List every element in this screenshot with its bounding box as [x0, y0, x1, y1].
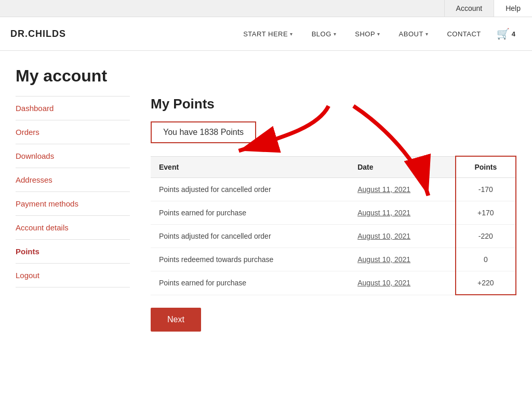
cell-points: -170	[456, 178, 516, 201]
cell-date: August 10, 2021	[349, 271, 456, 295]
sidebar-item-dashboard[interactable]: Dashboard	[16, 96, 130, 120]
points-heading: My Points	[151, 96, 516, 112]
sidebar-item-payment-methods[interactable]: Payment methods	[16, 192, 130, 216]
points-summary-text: You have 1838 Points	[163, 128, 244, 136]
cell-event: Points earned for purchase	[151, 201, 349, 225]
sidebar: Dashboard Orders Downloads Addresses Pay…	[16, 96, 130, 332]
cell-date: August 11, 2021	[349, 178, 456, 201]
cell-date: August 10, 2021	[349, 225, 456, 248]
nav-blog[interactable]: BLOG ▾	[302, 26, 346, 42]
cell-event: Points earned for purchase	[151, 271, 349, 295]
nav-about[interactable]: ABOUT ▾	[390, 26, 438, 42]
cart-icon: 🛒	[497, 28, 510, 40]
nav-contact[interactable]: CONTACT	[437, 26, 490, 42]
cell-points: -220	[456, 225, 516, 248]
main-content: My Points You have 1838 Points	[151, 96, 516, 332]
page-title: My account	[16, 66, 516, 86]
cart-button[interactable]: 🛒 4	[490, 23, 522, 44]
cell-points: 0	[456, 248, 516, 271]
content-layout: Dashboard Orders Downloads Addresses Pay…	[16, 96, 516, 332]
top-bar: Account Help	[0, 0, 532, 17]
sidebar-item-orders[interactable]: Orders	[16, 120, 130, 144]
cell-event: Points adjusted for cancelled order	[151, 225, 349, 248]
table-row: Points earned for purchaseAugust 10, 202…	[151, 271, 516, 295]
table-row: Points adjusted for cancelled orderAugus…	[151, 178, 516, 201]
sidebar-item-account-details[interactable]: Account details	[16, 216, 130, 240]
sidebar-item-points[interactable]: Points	[16, 240, 130, 264]
table-row: Points earned for purchaseAugust 11, 202…	[151, 201, 516, 225]
cell-event: Points redeemed towards purchase	[151, 248, 349, 271]
logo[interactable]: DR.CHILDS	[10, 29, 66, 39]
header: DR.CHILDS START HERE ▾ BLOG ▾ SHOP ▾ ABO…	[0, 17, 532, 51]
points-table: Event Date Points Points adjusted for ca…	[151, 156, 516, 295]
cell-event: Points adjusted for cancelled order	[151, 178, 349, 201]
col-header-points: Points	[456, 156, 516, 178]
help-button[interactable]: Help	[494, 0, 532, 17]
sidebar-item-downloads[interactable]: Downloads	[16, 144, 130, 168]
account-button[interactable]: Account	[444, 0, 494, 17]
main-wrapper: My account Dashboard Orders Downloads Ad…	[0, 51, 532, 398]
sidebar-item-logout[interactable]: Logout	[16, 264, 130, 287]
chevron-down-icon: ▾	[290, 31, 293, 37]
table-row: Points adjusted for cancelled orderAugus…	[151, 225, 516, 248]
cart-count: 4	[512, 30, 515, 38]
chevron-down-icon: ▾	[334, 31, 337, 37]
nav-shop[interactable]: SHOP ▾	[345, 26, 389, 42]
next-button[interactable]: Next	[151, 308, 201, 332]
chevron-down-icon: ▾	[425, 31, 429, 37]
col-header-date: Date	[349, 156, 456, 178]
table-row: Points redeemed towards purchaseAugust 1…	[151, 248, 516, 271]
cell-points: +170	[456, 201, 516, 225]
sidebar-item-addresses[interactable]: Addresses	[16, 168, 130, 192]
cell-points: +220	[456, 271, 516, 295]
col-header-event: Event	[151, 156, 349, 178]
main-nav: START HERE ▾ BLOG ▾ SHOP ▾ ABOUT ▾ CONTA…	[234, 26, 490, 42]
cell-date: August 10, 2021	[349, 248, 456, 271]
nav-start-here[interactable]: START HERE ▾	[234, 26, 302, 42]
points-summary-box: You have 1838 Points	[151, 121, 256, 143]
chevron-down-icon: ▾	[377, 31, 380, 37]
cell-date: August 11, 2021	[349, 201, 456, 225]
